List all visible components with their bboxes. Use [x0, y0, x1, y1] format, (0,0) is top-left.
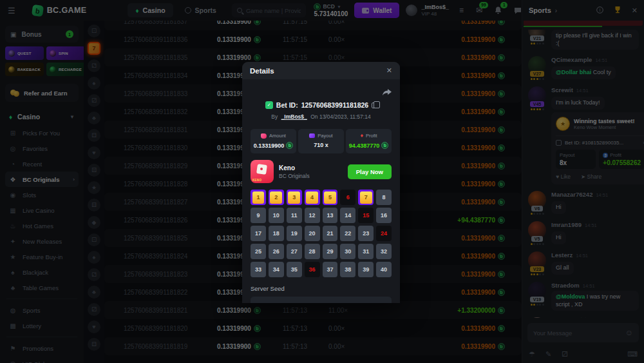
keno-number-25[interactable]: 25 [251, 244, 266, 259]
keno-number-29[interactable]: 29 [323, 244, 338, 259]
close-chat-icon[interactable]: ✕ [632, 7, 638, 14]
bonus-tile-spin[interactable]: SPIN [46, 46, 84, 60]
table-row[interactable]: 1257606839911818190.13319900b11:57:130.0… [104, 337, 522, 355]
sidebar-item-recent[interactable]: ◔Recent [5, 156, 79, 172]
sidebar-item-promotions[interactable]: ⚑Promotions [5, 340, 79, 356]
sidebar-item-new-releases[interactable]: ✦New Releases [5, 233, 79, 249]
keno-number-37[interactable]: 37 [323, 262, 338, 277]
keno-number-19[interactable]: 19 [287, 226, 302, 241]
keno-number-24[interactable]: 24 [376, 226, 392, 241]
rail-game-icon[interactable]: ♣ [88, 112, 100, 124]
rail-game-icon[interactable]: ♣ [88, 286, 100, 299]
rail-game-icon[interactable]: ⚀ [88, 25, 100, 37]
modal-close-icon[interactable]: ✕ [386, 66, 392, 75]
tab-sports[interactable]: Sports [178, 3, 223, 17]
keno-number-39[interactable]: 39 [358, 262, 374, 277]
chat-username[interactable]: Imran1989 [551, 221, 582, 228]
sidebar-bonus[interactable]: ▣ Bonus 1 [5, 26, 79, 43]
dice-icon[interactable]: ⚂ [562, 350, 568, 358]
mail-icon[interactable]: ✉99 [476, 6, 482, 14]
chevron-right-icon[interactable]: › [555, 7, 586, 14]
keno-number-1[interactable]: 1 [251, 190, 266, 205]
sidebar-item-hot-games[interactable]: ♨Hot Games [5, 218, 79, 233]
mention-link[interactable]: @Dollar bhai [556, 69, 591, 75]
rail-game-icon[interactable]: ⚁ [88, 268, 100, 281]
sidebar-item-lottery[interactable]: ▩Lottery [5, 318, 79, 333]
keno-number-23[interactable]: 23 [358, 226, 374, 241]
rail-game-icon[interactable]: ⚄ [88, 164, 100, 177]
keno-number-4[interactable]: 4 [305, 190, 320, 205]
keno-number-28[interactable]: 28 [305, 244, 320, 259]
keno-number-34[interactable]: 34 [269, 262, 284, 277]
tab-casino[interactable]: ♦ Casino [128, 3, 173, 17]
rain-icon[interactable]: ☂ [529, 350, 535, 358]
keno-number-30[interactable]: 30 [340, 244, 355, 259]
keno-number-11[interactable]: 11 [287, 208, 302, 223]
keno-number-16[interactable]: 16 [376, 208, 392, 223]
hamburger-menu-icon[interactable]: ☰ [8, 6, 15, 15]
share-icon[interactable] [382, 88, 392, 99]
win-share-card[interactable]: ★Winning tastes sweet!Keno Wow MomentBet… [551, 112, 644, 184]
user-menu[interactable]: _ImBos$_ VIP 48 [406, 4, 449, 17]
rail-game-icon[interactable]: ♠ [88, 77, 100, 90]
rail-game-icon[interactable]: ◆ [88, 216, 100, 229]
rail-game-icon[interactable]: ♥ [88, 146, 100, 159]
keno-game-icon[interactable]: KENO [251, 160, 274, 183]
rail-game-icon[interactable]: ⚂ [88, 94, 100, 107]
emoji-icon[interactable]: ☺ [625, 328, 633, 337]
keno-number-38[interactable]: 38 [340, 262, 355, 277]
wallet-button[interactable]: Wallet [354, 3, 399, 18]
mention-link[interactable]: @Moldova [556, 293, 585, 300]
table-row[interactable]: 1257606839911818210.13319900b11:57:1311.… [104, 301, 522, 319]
keno-number-20[interactable]: 20 [305, 226, 320, 241]
share-button[interactable]: ➤ Share [581, 173, 601, 180]
rail-game-icon[interactable]: ⚂ [88, 303, 100, 316]
game-search[interactable] [232, 3, 307, 17]
keno-number-13[interactable]: 13 [323, 208, 338, 223]
player-link[interactable]: _ImBos$_ [281, 113, 307, 120]
keno-number-17[interactable]: 17 [251, 226, 266, 241]
bonus-tile-rakeback[interactable]: RAKEBACK [5, 63, 44, 76]
search-input[interactable] [246, 7, 301, 14]
chat-input-box[interactable]: ☺ [527, 323, 639, 342]
keno-number-33[interactable]: 33 [251, 262, 266, 277]
rail-game-icon[interactable]: ⚀ [88, 233, 100, 246]
bell-icon[interactable]: 1 [495, 6, 502, 14]
keno-number-22[interactable]: 22 [340, 226, 355, 241]
sidebar-item-live-casino[interactable]: ▦Live Casino [5, 202, 79, 218]
chat-username[interactable]: QCimexample [551, 56, 592, 63]
keno-number-5[interactable]: 5 [323, 190, 338, 205]
sidebar-item-slots[interactable]: ◉Slots [5, 187, 79, 202]
chat-username[interactable]: Screwit [551, 86, 573, 93]
keno-number-35[interactable]: 35 [287, 262, 302, 277]
keno-number-7[interactable]: 7 [358, 190, 374, 205]
like-button[interactable]: ♥ Like [556, 173, 571, 180]
trophy-icon[interactable] [614, 6, 621, 15]
rail-game-icon[interactable]: ⚃ [88, 338, 100, 351]
keno-number-15[interactable]: 15 [358, 208, 374, 223]
sidebar-casino-section[interactable]: ♦ Casino ▼ [5, 110, 79, 124]
keno-number-32[interactable]: 32 [376, 244, 392, 259]
chat-username[interactable]: Lesterz [551, 251, 573, 259]
keno-number-36[interactable]: 36 [305, 262, 320, 277]
keno-number-3[interactable]: 3 [287, 190, 302, 205]
keno-number-14[interactable]: 14 [340, 208, 355, 223]
rail-game-icon[interactable]: ⚅ [88, 199, 100, 211]
sidebar-item-favorites[interactable]: ◎Favorites [5, 141, 79, 156]
keno-number-18[interactable]: 18 [269, 226, 284, 241]
play-now-button[interactable]: Play Now [348, 164, 392, 179]
chat-username[interactable]: Straedom [551, 282, 580, 289]
rail-game-icon[interactable]: ★ [88, 181, 100, 194]
sidebar-item-vip-club[interactable]: ♛VIP Club [5, 356, 79, 363]
rail-game-icon[interactable]: ⚁ [88, 59, 100, 72]
sidebar-item-table-games[interactable]: ♣Table Games [5, 280, 79, 295]
bet-list-icon[interactable]: ≡ [459, 6, 464, 14]
keno-number-12[interactable]: 12 [305, 208, 320, 223]
keyboard-icon[interactable]: ⌨ [627, 350, 638, 358]
refer-and-earn[interactable]: Refer and Earn [5, 84, 79, 102]
bonus-tile-quest[interactable]: QUEST [5, 46, 44, 60]
win-card-bet-id[interactable]: Bet ID: #108152890035... › [556, 135, 644, 146]
rail-game-icon[interactable]: ⚃ [88, 129, 100, 142]
rail-game-icon[interactable]: ♥ [88, 320, 100, 333]
chat-toggle-icon[interactable] [514, 7, 522, 14]
